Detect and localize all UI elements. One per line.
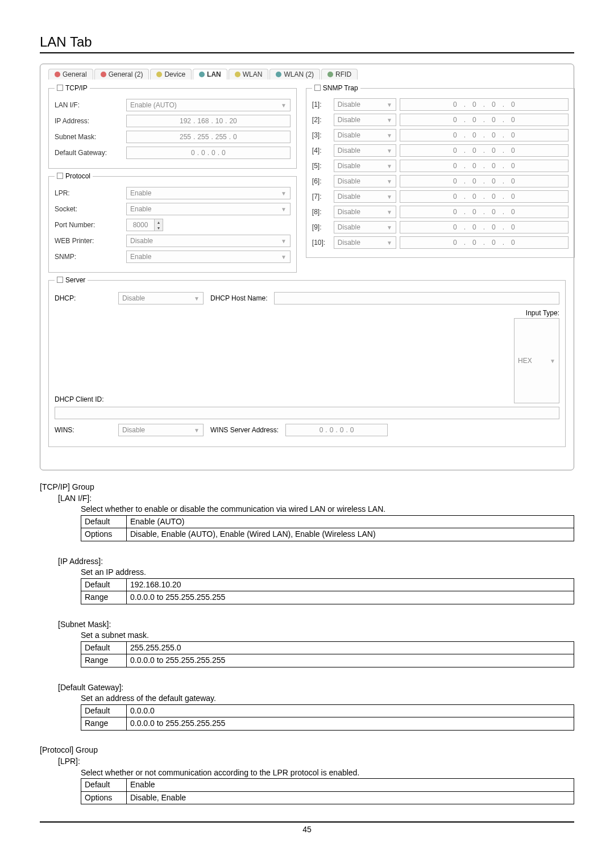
group-server: Server DHCP: Disable▼ DHCP Host Name: DH…	[48, 276, 566, 447]
group-server-legend: Server	[55, 276, 88, 284]
trap-ip-input[interactable]: 0.0.0.0	[400, 190, 569, 203]
trap-row: [7]:Disable▼0.0.0.0	[312, 190, 569, 203]
doc-lpr-table: DefaultEnable OptionsDisable, Enable	[81, 778, 574, 804]
row-wins: WINS: Disable▼ WINS Server Address: 0. 0…	[55, 424, 559, 436]
trap-index-label: [6]:	[312, 177, 330, 185]
dhcp-select[interactable]: Disable▼	[118, 292, 204, 304]
trap-ip-input[interactable]: 0.0.0.0	[400, 236, 569, 249]
gateway-input[interactable]: 0. 0. 0. 0	[126, 147, 291, 159]
trap-select[interactable]: Disable▼	[334, 144, 396, 157]
ip-label: IP Address:	[55, 117, 123, 125]
snmp-select[interactable]: Enable▼	[126, 251, 291, 263]
trap-row: [5]:Disable▼0.0.0.0	[312, 160, 569, 172]
trap-ip-input[interactable]: 0.0.0.0	[400, 160, 569, 172]
port-up-button[interactable]: ▲	[155, 219, 163, 225]
tab-rfid[interactable]: RFID	[321, 69, 358, 80]
group-protocol: Protocol LPR: Enable▼ Socket: Enable▼ Po…	[48, 172, 297, 273]
socket-select[interactable]: Enable▼	[126, 203, 291, 215]
doc-lpr-head: [LPR]:	[58, 756, 574, 767]
cell-value: 0.0.0.0 to 255.255.255.255	[127, 717, 574, 731]
trap-ip-input[interactable]: 0.0.0.0	[400, 129, 569, 141]
trap-select[interactable]: Disable▼	[334, 98, 396, 111]
tab-label: Device	[164, 70, 185, 78]
trap-index-label: [4]:	[312, 147, 330, 155]
chevron-down-icon: ▼	[281, 102, 287, 108]
row-socket: Socket: Enable▼	[55, 203, 291, 215]
row-lanif: LAN I/F: Enable (AUTO)▼	[55, 99, 291, 111]
trap-ip-input[interactable]: 0.0.0.0	[400, 221, 569, 233]
chevron-down-icon: ▼	[387, 209, 392, 215]
row-snmp: SNMP: Enable▼	[55, 251, 291, 263]
checkbox-icon[interactable]	[57, 173, 63, 179]
tab-label: General (2)	[109, 70, 143, 78]
ip-input[interactable]: 192. 168. 10. 20	[126, 115, 291, 127]
doc-protocol-group: [Protocol] Group	[40, 745, 574, 756]
subnet-input[interactable]: 255. 255. 255. 0	[126, 131, 291, 143]
cell-value: 0.0.0.0 to 255.255.255.255	[127, 654, 574, 667]
doc-tcpip-group: [TCP/IP] Group	[40, 482, 574, 493]
trap-ip-input[interactable]: 0.0.0.0	[400, 175, 569, 187]
checkbox-icon[interactable]	[57, 277, 63, 283]
dhcp-host-input[interactable]	[274, 292, 559, 304]
trap-row: [3]:Disable▼0.0.0.0	[312, 129, 569, 141]
gateway-label: Default Gateway:	[55, 149, 123, 157]
trap-select[interactable]: Disable▼	[334, 236, 396, 249]
cell-label: Range	[81, 717, 127, 731]
row-lpr: LPR: Enable▼	[55, 187, 291, 199]
chevron-down-icon: ▼	[387, 163, 392, 169]
trap-ip-input[interactable]: 0.0.0.0	[400, 206, 569, 218]
trap-ip-input[interactable]: 0.0.0.0	[400, 98, 569, 111]
trap-row: [8]:Disable▼0.0.0.0	[312, 206, 569, 218]
tab-wlan-2[interactable]: WLAN (2)	[269, 69, 320, 80]
trap-select[interactable]: Disable▼	[334, 114, 396, 126]
tab-label: WLAN	[243, 70, 263, 78]
page-footer: 45	[40, 821, 574, 834]
group-snmptrap: SNMP Trap [1]:Disable▼0.0.0.0[2]:Disable…	[306, 84, 575, 258]
row-clientid: DHCP Client ID: Input Type: HEX▼	[55, 309, 559, 403]
tabs-row: General General (2) Device LAN WLAN WLAN…	[48, 69, 566, 80]
trap-select[interactable]: Disable▼	[334, 160, 396, 172]
lanif-select[interactable]: Enable (AUTO)▼	[126, 99, 291, 111]
doc-subnet-head: [Subnet Mask]:	[58, 619, 574, 631]
dot-icon	[199, 72, 205, 77]
page-title: LAN Tab	[40, 34, 574, 50]
trap-select[interactable]: Disable▼	[334, 190, 396, 203]
checkbox-icon[interactable]	[57, 85, 63, 91]
trap-ip-input[interactable]: 0.0.0.0	[400, 144, 569, 157]
checkbox-icon[interactable]	[314, 85, 321, 91]
lpr-label: LPR:	[55, 189, 123, 197]
port-input[interactable]	[127, 219, 154, 231]
web-label: WEB Printer:	[55, 237, 123, 245]
clientid-input[interactable]	[55, 407, 559, 419]
trap-select[interactable]: Disable▼	[334, 175, 396, 187]
doc-gateway-table: Default0.0.0.0 Range0.0.0.0 to 255.255.2…	[81, 704, 574, 731]
tab-wlan[interactable]: WLAN	[229, 69, 269, 80]
inputtype-select[interactable]: HEX▼	[514, 318, 559, 403]
clientid-label: DHCP Client ID:	[55, 395, 111, 403]
port-down-button[interactable]: ▼	[155, 225, 163, 231]
wins-select[interactable]: Disable▼	[118, 424, 204, 436]
tab-lan[interactable]: LAN	[193, 69, 227, 80]
tab-device[interactable]: Device	[150, 69, 192, 80]
web-select[interactable]: Disable▼	[126, 235, 291, 247]
doc-lanif-head: [LAN I/F]:	[58, 493, 574, 504]
header-rule	[40, 52, 574, 53]
dot-icon	[156, 72, 162, 77]
doc-lanif-table: DefaultEnable (AUTO) OptionsDisable, Ena…	[81, 515, 574, 541]
dot-icon	[235, 72, 240, 77]
lpr-select[interactable]: Enable▼	[126, 187, 291, 199]
trap-ip-input[interactable]: 0.0.0.0	[400, 114, 569, 126]
group-tcpip: TCP/IP LAN I/F: Enable (AUTO)▼ IP Addres…	[48, 84, 297, 169]
chevron-down-icon: ▼	[387, 178, 392, 185]
port-stepper[interactable]: ▲ ▼	[126, 219, 163, 231]
trap-select[interactable]: Disable▼	[334, 221, 396, 233]
trap-select[interactable]: Disable▼	[334, 206, 396, 218]
trap-index-label: [9]:	[312, 223, 330, 231]
wins-addr-input[interactable]: 0. 0. 0. 0	[285, 424, 388, 436]
cell-label: Options	[81, 791, 127, 804]
trap-select[interactable]: Disable▼	[334, 129, 396, 141]
tab-general[interactable]: General	[48, 69, 93, 80]
chevron-down-icon: ▼	[387, 132, 392, 139]
lanif-label: LAN I/F:	[55, 101, 123, 109]
tab-general-2[interactable]: General (2)	[94, 69, 150, 80]
